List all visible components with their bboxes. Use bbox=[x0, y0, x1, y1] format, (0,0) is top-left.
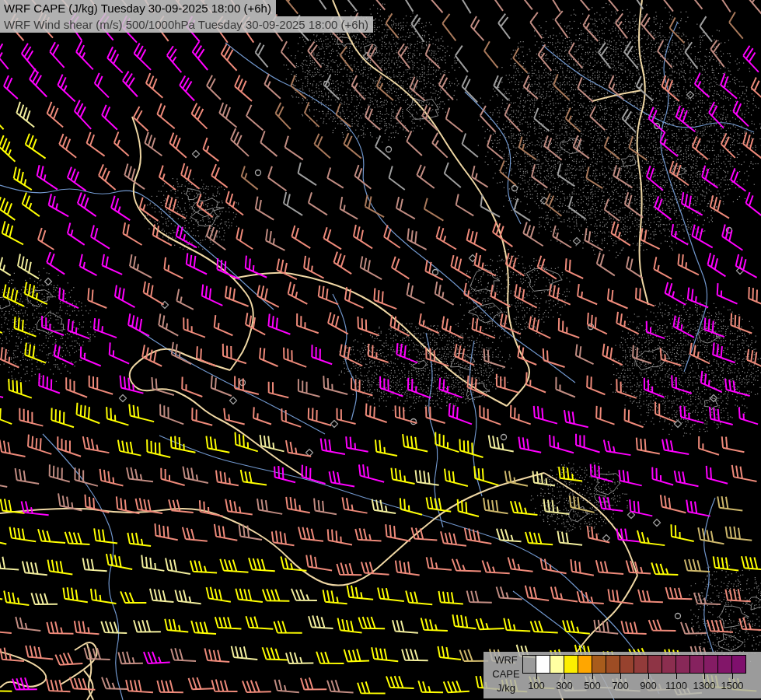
legend-swatch-0 bbox=[522, 655, 536, 674]
legend-swatch-7 bbox=[620, 655, 634, 674]
legend-swatch-1 bbox=[536, 655, 550, 674]
legend-swatch-9 bbox=[648, 655, 662, 674]
legend-swatch-3 bbox=[564, 655, 578, 674]
legend-tick bbox=[676, 674, 677, 679]
legend-tick bbox=[592, 674, 593, 679]
legend-tick-label: 900 bbox=[633, 680, 664, 691]
legend-swatch-14 bbox=[718, 655, 732, 674]
legend-tick bbox=[732, 674, 733, 679]
legend-label-unit: J/kg bbox=[490, 681, 522, 695]
legend-swatch-5 bbox=[592, 655, 606, 674]
legend-swatch-11 bbox=[676, 655, 690, 674]
legend-swatch-4 bbox=[578, 655, 592, 674]
weather-map-viewport: WRF CAPE (J/kg) Tuesday 30-09-2025 18:00… bbox=[0, 0, 761, 700]
legend-tick-label: 1100 bbox=[661, 680, 692, 691]
legend-swatch-6 bbox=[606, 655, 620, 674]
legend-tick bbox=[564, 674, 565, 679]
legend-tick bbox=[536, 674, 537, 679]
legend-swatch-15 bbox=[732, 655, 746, 674]
legend-tick-label: 1500 bbox=[717, 680, 748, 691]
legend-swatch-12 bbox=[690, 655, 704, 674]
legend-color-scale bbox=[522, 655, 746, 674]
legend-swatch-10 bbox=[662, 655, 676, 674]
cape-legend: WRF CAPE J/kg 10030050070090011001300150… bbox=[483, 652, 761, 698]
legend-swatch-2 bbox=[550, 655, 564, 674]
legend-tick bbox=[620, 674, 621, 679]
legend-tick-label: 1300 bbox=[689, 680, 720, 691]
legend-tick-label: 100 bbox=[521, 680, 552, 691]
legend-tick-label: 700 bbox=[605, 680, 636, 691]
legend-label-cape: CAPE bbox=[490, 667, 522, 681]
weather-map-canvas bbox=[0, 0, 761, 700]
legend-swatch-13 bbox=[704, 655, 718, 674]
title-line-windshear: WRF Wind shear (m/s) 500/1000hPa Tuesday… bbox=[0, 16, 373, 33]
legend-tick-label: 300 bbox=[549, 680, 580, 691]
title-line-cape: WRF CAPE (J/kg) Tuesday 30-09-2025 18:00… bbox=[0, 0, 276, 16]
legend-tick-label: 500 bbox=[577, 680, 608, 691]
map-title-panel: WRF CAPE (J/kg) Tuesday 30-09-2025 18:00… bbox=[0, 0, 373, 33]
legend-tick bbox=[704, 674, 705, 679]
legend-swatch-8 bbox=[634, 655, 648, 674]
legend-unit-labels: WRF CAPE J/kg bbox=[490, 653, 522, 695]
legend-tick bbox=[648, 674, 649, 679]
legend-label-wrf: WRF bbox=[490, 653, 522, 667]
